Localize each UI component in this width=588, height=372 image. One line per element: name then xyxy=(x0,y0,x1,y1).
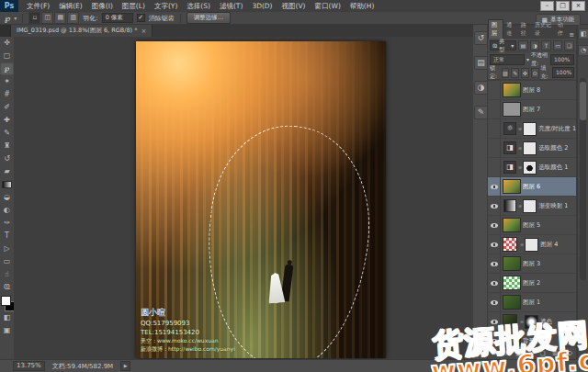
add-mask-icon[interactable]: ▣ xyxy=(515,350,521,357)
layer-name[interactable]: 图层 6 xyxy=(523,183,540,191)
layer-row[interactable]: ∞ 遮色 xyxy=(488,312,576,332)
lock-transparent-icon[interactable]: ▨ xyxy=(502,68,510,78)
visibility-toggle[interactable] xyxy=(488,332,501,346)
visibility-toggle[interactable] xyxy=(488,216,501,234)
layer-thumbnail[interactable] xyxy=(503,256,521,271)
layer-row[interactable]: 图层 7 xyxy=(488,100,576,119)
new-group-icon[interactable]: ❏ xyxy=(540,350,546,357)
tab-actions[interactable]: 动作 xyxy=(555,20,569,39)
history-panel-icon[interactable]: ↺ xyxy=(474,31,488,45)
layer-name[interactable]: 图层 7 xyxy=(523,106,540,114)
menu-window[interactable]: 窗口(W) xyxy=(311,2,345,11)
menu-view[interactable]: 视图(V) xyxy=(277,2,311,11)
foreground-color-swatch[interactable] xyxy=(1,296,11,306)
close-button[interactable]: × xyxy=(571,1,585,11)
panel-menu-icon[interactable]: ≡ xyxy=(569,31,576,39)
filter-kind-dropdown[interactable]: Ҩ 类型 ▾ xyxy=(490,40,516,51)
lasso-icon[interactable]: ℘ xyxy=(5,14,10,23)
tool-crop[interactable]: # xyxy=(0,88,14,101)
tool-clone-stamp[interactable]: ♜ xyxy=(0,140,14,152)
tool-pen[interactable]: ✑ xyxy=(0,217,14,230)
refine-edge-button[interactable]: 调整边缘… xyxy=(187,12,232,24)
lock-image-icon[interactable]: ✎ xyxy=(511,68,519,78)
layer-thumbnail[interactable] xyxy=(503,102,521,117)
layer-row[interactable]: 图层 6 xyxy=(488,177,576,197)
mask-thumbnail[interactable] xyxy=(523,199,537,213)
scrollbar[interactable] xyxy=(580,78,586,280)
layer-thumbnail[interactable] xyxy=(503,314,517,329)
layer-name[interactable]: 图层 4 xyxy=(540,241,558,249)
layer-thumbnail[interactable] xyxy=(503,333,521,346)
mask-thumbnail[interactable] xyxy=(523,141,537,155)
layer-thumbnail[interactable] xyxy=(503,218,521,232)
tool-preset-dropdown-icon[interactable]: ▾ xyxy=(14,15,17,21)
opacity-input[interactable]: 100% xyxy=(550,54,574,65)
mask-thumbnail[interactable] xyxy=(523,161,537,175)
visibility-toggle[interactable] xyxy=(488,235,501,254)
new-selection-icon[interactable]: ▫ xyxy=(28,12,40,24)
tool-eyedropper[interactable]: ✐ xyxy=(0,101,14,114)
selective-color-icon[interactable]: ◨ xyxy=(503,161,516,174)
selective-color-icon[interactable]: ◨ xyxy=(503,141,516,154)
document-tab[interactable]: IMG_0319.psd @ 13.8%(图层 6, RGB/8) * × xyxy=(11,25,153,37)
layer-name[interactable]: 图层 2 xyxy=(523,279,540,287)
layer-row[interactable]: ☼ ∞ 亮度/对比度 1 xyxy=(488,119,576,139)
new-layer-icon[interactable]: ⊞ xyxy=(552,350,557,357)
layer-row[interactable]: 图层 8 xyxy=(488,81,576,100)
visibility-toggle[interactable] xyxy=(488,100,501,118)
swatches-panel-icon[interactable]: ◔ xyxy=(578,45,588,56)
tool-marquee[interactable]: ▢ xyxy=(0,50,14,62)
tab-paths[interactable]: 路径 xyxy=(518,20,532,39)
layer-name[interactable]: 亮度/对比度 1 xyxy=(538,125,576,133)
tool-quick-selection[interactable]: ✶ xyxy=(0,75,14,88)
layer-name[interactable]: 图层 8 xyxy=(523,86,540,95)
layer-row[interactable]: ∞ 渐变映射 1 xyxy=(488,197,576,216)
tool-brush[interactable]: ✎ xyxy=(0,127,14,140)
canvas-area[interactable]: 圆小暄 QQ:517959093 TEL:15194153420 美空：www.… xyxy=(14,37,473,360)
visibility-toggle[interactable] xyxy=(488,177,501,196)
fill-input[interactable]: 100% xyxy=(552,67,574,78)
lock-all-icon[interactable]: ⊙ xyxy=(531,68,539,78)
visibility-toggle[interactable] xyxy=(488,158,501,176)
tab-close-icon[interactable]: × xyxy=(141,28,146,35)
blend-mode-select[interactable]: 正常 xyxy=(490,54,525,65)
filter-type-icon[interactable]: T xyxy=(541,40,551,51)
layer-name[interactable]: 选取颜色 2 xyxy=(538,144,568,152)
layer-row[interactable]: 图层 2 xyxy=(488,274,576,293)
visibility-toggle[interactable] xyxy=(488,254,501,273)
tab-layers[interactable]: 图层 xyxy=(488,19,503,39)
tool-dodge[interactable]: ◐ xyxy=(0,204,14,217)
layer-thumbnail[interactable] xyxy=(503,295,521,310)
document-image[interactable]: 圆小暄 QQ:517959093 TEL:15194153420 美空：www.… xyxy=(136,41,386,358)
menu-help[interactable]: 帮助(H) xyxy=(345,2,379,11)
layer-row[interactable]: ◨ ∞ 选取颜色 1 xyxy=(488,158,576,177)
layer-row[interactable]: ∞ 图层 4 xyxy=(488,235,576,254)
feather-input[interactable]: 0 像素 xyxy=(102,13,133,23)
filter-smart-object-icon[interactable]: ❏ xyxy=(564,40,574,51)
filter-shape-icon[interactable]: ▭ xyxy=(553,40,563,51)
tool-blur[interactable]: ◒ xyxy=(0,191,14,204)
status-flyout-icon[interactable]: ▶ xyxy=(120,361,130,371)
styles-panel-icon[interactable]: ✎ xyxy=(474,106,488,119)
menu-3d[interactable]: 3D(D) xyxy=(247,2,277,10)
antialias-checkbox[interactable]: ✓ xyxy=(137,14,145,22)
tool-move[interactable]: ✜ xyxy=(0,37,14,50)
brightness-contrast-icon[interactable]: ☼ xyxy=(503,122,516,135)
gradient-map-icon[interactable] xyxy=(503,199,516,212)
tool-gradient[interactable] xyxy=(0,178,14,191)
color-panel-icon[interactable]: ◧ xyxy=(578,28,588,39)
tab-channels[interactable]: 通道 xyxy=(503,20,517,39)
layer-row[interactable]: 图层 5 xyxy=(488,216,576,235)
tool-healing-brush[interactable]: ✚ xyxy=(0,114,14,127)
add-to-selection-icon[interactable]: ◫ xyxy=(41,12,53,24)
layer-name[interactable]: 图层 1 xyxy=(523,299,540,307)
menu-edit[interactable]: 编辑(E) xyxy=(54,2,87,11)
adjustments-panel-icon[interactable]: ◑ xyxy=(474,81,488,95)
layer-row[interactable]: 图层 1 xyxy=(488,293,576,312)
properties-panel-icon[interactable]: ▤ xyxy=(474,56,488,70)
scrollbar-thumb[interactable] xyxy=(580,82,586,120)
link-layers-icon[interactable]: ∞ xyxy=(492,350,496,357)
visibility-toggle[interactable] xyxy=(488,139,501,157)
tool-path-selection[interactable]: ▷ xyxy=(0,242,14,255)
tool-history-brush[interactable]: ↺ xyxy=(0,152,14,165)
